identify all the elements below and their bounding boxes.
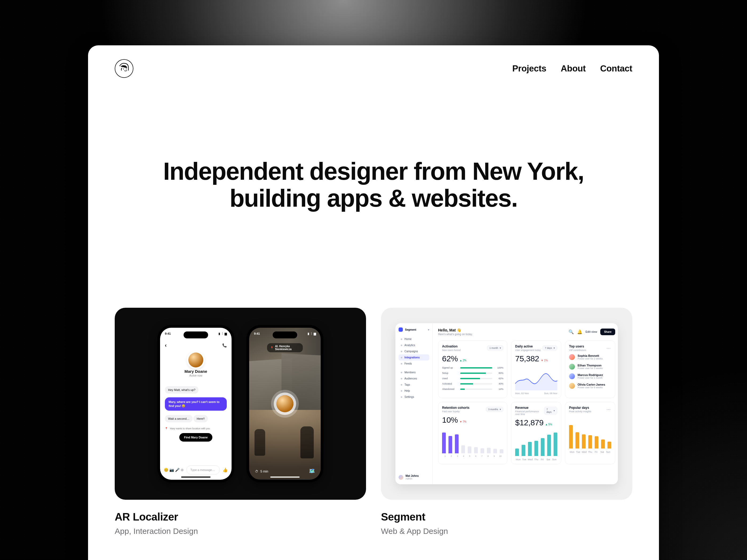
project-thumb: Segment ▾ HomeAnalyticsCampaignsIntegrat… (381, 308, 632, 500)
chat-bubble-incoming: Hey Matt, what's up? (165, 386, 199, 394)
hero-headline: Independent designer from New York, buil… (109, 158, 638, 212)
svg-point-2 (126, 69, 127, 69)
more-icon: ⋯ (606, 407, 611, 412)
back-arrow-icon: ‹ (165, 342, 167, 348)
location-icon: 📍 (165, 427, 168, 430)
sidebar-item: Integrations (398, 354, 429, 361)
card-activation: Activation New users funnel 1 month▾ 62%… (438, 341, 508, 398)
search-icon: 🔍 (568, 329, 574, 335)
chevron-down-icon: ▾ (500, 347, 501, 349)
project-title: Segment (381, 511, 632, 523)
card-top-users: Top users VIP contributors ⋯ Sophia Benn… (565, 341, 615, 398)
funnel-row: Used62% (442, 377, 504, 380)
phone-mock-chat: 9:41▮ ⋮ ▆ ‹ 📞 Mary Doane Active now (157, 325, 234, 482)
funnel-row: Abandoned14% (442, 388, 504, 391)
card-popular-days: Popular days Peak activity insights ⋯ Mo… (565, 402, 615, 464)
avatar-logo[interactable] (115, 59, 133, 78)
top-user-row: Ethan ThompsonPower user for 3 weeks (569, 364, 611, 370)
sidebar-item: Members (398, 369, 429, 375)
contact-avatar (188, 352, 203, 368)
thumbs-up-icon: 👍 (223, 468, 228, 473)
hello-sub: Here's what's going on today. (438, 333, 473, 336)
phone-mock-ar: 9:41▮ ⋮ ▆ 📍 Al. Henryka Sienkiewicza (247, 325, 323, 482)
edit-view-link: Edit view (586, 330, 597, 334)
chat-bubble-incoming: Wait a second… (165, 415, 192, 422)
contact-status: Active now (160, 374, 232, 377)
chat-bubble-incoming: Here!! (194, 415, 208, 422)
duration-chip: ⏱5 min (255, 470, 268, 473)
top-user-row: Olivia Carter-JamesPower user for 6 week… (569, 383, 611, 389)
dashboard-main: Hello, Mat 👋 Here's what's going on toda… (433, 323, 618, 484)
header: Projects About Contact (88, 45, 659, 78)
chevron-down-icon: ▾ (428, 328, 429, 331)
dashboard-mock: Segment ▾ HomeAnalyticsCampaignsIntegrat… (395, 323, 618, 484)
primary-nav: Projects About Contact (512, 63, 632, 74)
sidebar-user: Mat Johns Admin (398, 474, 429, 480)
clock-icon: ⏱ (255, 470, 258, 473)
sidebar-item: Settings (398, 394, 429, 400)
ar-target-marker (276, 395, 293, 412)
bell-icon: 🔔 (577, 329, 583, 335)
project-card-ar-localizer[interactable]: 9:41▮ ⋮ ▆ ‹ 📞 Mary Doane Active now (115, 308, 366, 536)
face-icon (117, 61, 131, 76)
card-daily-active: Daily active User engagement today 7 day… (511, 341, 561, 398)
share-button: Share (600, 328, 615, 335)
chat-bubble-outgoing: Mary, where are you? I can't seem to fin… (165, 397, 227, 411)
sidebar-item: Help (398, 388, 429, 394)
more-icon: ⋯ (606, 345, 611, 351)
address-pill: 📍 Al. Henryka Sienkiewicza (267, 343, 303, 352)
map-toggle-icon: 🗺️ (309, 468, 315, 474)
contact-name: Mary Doane (160, 369, 232, 374)
funnel-row: Activated40% (442, 382, 504, 385)
sidebar-item: Analytics (398, 342, 429, 348)
hero: Independent designer from New York, buil… (88, 78, 659, 212)
call-icon: 📞 (222, 343, 227, 347)
top-user-row: Marcus RodriguezPower user for 1 month (569, 373, 611, 379)
top-user-row: Sophia BennettPower user for 2 weeks (569, 354, 611, 360)
nav-about[interactable]: About (561, 63, 586, 74)
nav-projects[interactable]: Projects (512, 63, 546, 74)
project-subtitle: App, Interaction Design (115, 527, 366, 536)
portfolio-page: Projects About Contact Independent desig… (88, 45, 659, 560)
svg-point-1 (123, 69, 124, 69)
status-time: 9:41 (165, 332, 171, 336)
nav-contact[interactable]: Contact (600, 63, 632, 74)
pin-icon: 📍 (270, 346, 274, 349)
project-title: AR Localizer (115, 511, 366, 523)
project-subtitle: Web & App Design (381, 527, 632, 536)
find-cta-button: Find Mary Doane (179, 433, 213, 442)
project-thumb: 9:41▮ ⋮ ▆ ‹ 📞 Mary Doane Active now (115, 308, 366, 500)
input-icons: 😊 📷 🎤 ⊕ (164, 468, 184, 472)
hello-title: Hello, Mat 👋 (438, 328, 473, 332)
funnel-row: Signed up100% (442, 366, 504, 369)
message-input: Type a message… (186, 465, 220, 474)
sidebar-item: Campaigns (398, 348, 429, 354)
hero-line-1: Independent designer from New York, (163, 158, 584, 185)
project-card-segment[interactable]: Segment ▾ HomeAnalyticsCampaignsIntegrat… (381, 308, 632, 536)
hero-line-2: building apps & websites. (229, 185, 517, 212)
sparkline (515, 366, 557, 391)
funnel-row: Setup80% (442, 372, 504, 374)
message-input-bar: 😊 📷 🎤 ⊕ Type a message… 👍 (164, 465, 228, 474)
sidebar-item: Feeds (398, 361, 429, 367)
card-retention: Retention cohorts Paid user loyalty 3 mo… (438, 402, 508, 464)
card-revenue: Revenue Financial performance over time … (511, 402, 561, 464)
sidebar-item: Home (398, 336, 429, 342)
location-share-row: 📍 Mary wants to share location with you (165, 427, 227, 430)
sidebar-item: Tags (398, 381, 429, 388)
sidebar-item: Audiences (398, 375, 429, 381)
brand-logo (398, 327, 403, 332)
status-icons: ▮ ⋮ ▆ (218, 332, 227, 336)
sidebar: Segment ▾ HomeAnalyticsCampaignsIntegrat… (395, 323, 433, 484)
brand: Segment ▾ (398, 327, 429, 332)
projects-grid: 9:41▮ ⋮ ▆ ‹ 📞 Mary Doane Active now (88, 212, 659, 536)
